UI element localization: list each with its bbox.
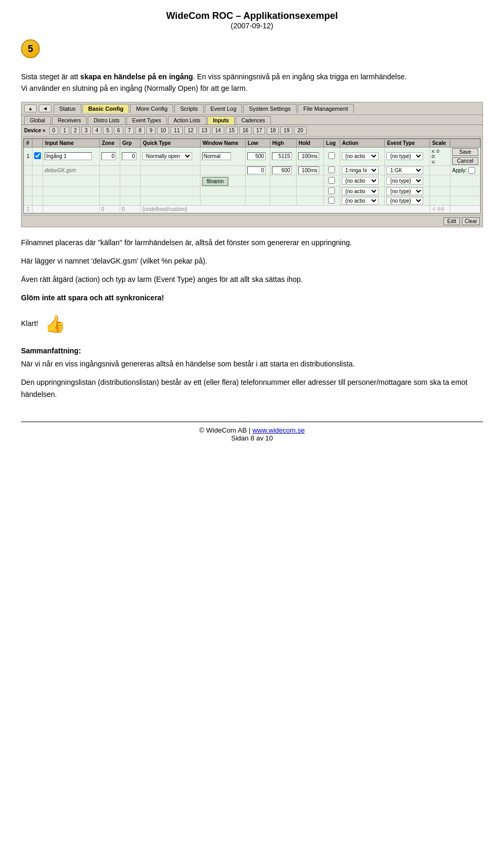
toolbar-back-button[interactable]: ◄	[39, 104, 51, 112]
row1-window-name-input[interactable]	[202, 152, 231, 160]
row1-hold-cell[interactable]	[296, 147, 323, 165]
row5-event-type-cell[interactable]: {no type}	[385, 196, 430, 205]
row2-log-cell[interactable]	[324, 165, 340, 175]
subtab-cadences[interactable]: Cadences	[236, 116, 271, 124]
device-num-12[interactable]: 12	[184, 127, 196, 134]
row3-log-cell[interactable]	[324, 175, 340, 186]
row1-quick-type-cell[interactable]: Normally open	[141, 147, 201, 165]
row1-zone-input[interactable]	[101, 152, 116, 160]
device-num-19[interactable]: 19	[280, 127, 292, 134]
row1-event-type-cell[interactable]: {no type}	[385, 147, 430, 165]
row5-log-cell[interactable]	[324, 196, 340, 205]
row2-action-cell[interactable]: 1:ringa hi	[340, 165, 385, 175]
row1-log-cell[interactable]	[324, 147, 340, 165]
subtab-event-types[interactable]: Event Types	[127, 116, 167, 124]
row2-event-type-select[interactable]: 1:GK	[386, 166, 423, 174]
device-num-10[interactable]: 10	[157, 127, 169, 134]
toolbar-up-button[interactable]: ▲	[24, 104, 37, 112]
row4-action-select[interactable]: {no actio	[342, 187, 379, 195]
cancel-button[interactable]: Cancel	[452, 157, 478, 165]
tab-event-log[interactable]: Event Log	[205, 104, 243, 113]
device-num-3[interactable]: 3	[81, 127, 91, 134]
device-num-14[interactable]: 14	[212, 127, 224, 134]
save-button[interactable]: Save	[452, 148, 478, 156]
subtab-global[interactable]: Global	[24, 116, 51, 124]
row4-event-type-select[interactable]: {no type}	[386, 187, 423, 195]
device-num-4[interactable]: 4	[92, 127, 102, 134]
row2-log-checkbox[interactable]	[328, 166, 335, 173]
row1-action-select[interactable]: {no actio	[342, 152, 379, 160]
row2-low-cell[interactable]	[245, 165, 270, 175]
row3-action-select[interactable]: {no actio	[342, 177, 379, 185]
footer-website[interactable]: www.widecom.se	[253, 426, 305, 434]
device-num-13[interactable]: 13	[198, 127, 211, 134]
row2-high-input[interactable]	[272, 166, 292, 174]
device-num-7[interactable]: 7	[125, 127, 134, 134]
table-row: 1 Normally open	[24, 147, 480, 165]
row1-grp-cell[interactable]	[120, 147, 141, 165]
row1-grp-input[interactable]	[122, 152, 136, 160]
edit-button[interactable]: Edit	[444, 217, 460, 225]
row1-checkbox[interactable]	[34, 152, 41, 159]
row4-log-cell[interactable]	[324, 186, 340, 196]
device-num-9[interactable]: 9	[146, 127, 156, 134]
filnamn-button[interactable]: filnamn	[202, 177, 228, 186]
tab-basic-config[interactable]: Basic Config	[82, 104, 129, 113]
row4-log-checkbox[interactable]	[328, 187, 335, 194]
row1-high-cell[interactable]	[270, 147, 296, 165]
row1-action-cell[interactable]: {no actio	[340, 147, 385, 165]
row2-hold-cell[interactable]	[296, 165, 323, 175]
tab-scripts[interactable]: Scripts	[174, 104, 204, 113]
row1-hold-input[interactable]	[298, 152, 319, 160]
row2-event-type-cell[interactable]: 1:GK	[385, 165, 430, 175]
row2-action-select[interactable]: 1:ringa hi	[342, 166, 379, 174]
row1-checkbox-cell[interactable]	[33, 147, 43, 165]
row3-event-type-select[interactable]: {no type}	[386, 177, 423, 185]
row1-low-cell[interactable]	[245, 147, 270, 165]
device-num-11[interactable]: 11	[171, 127, 183, 134]
tab-more-config[interactable]: More Config	[130, 104, 173, 113]
device-num-17[interactable]: 17	[253, 127, 265, 134]
tab-status[interactable]: Status	[54, 104, 81, 113]
row2-high-cell[interactable]	[270, 165, 296, 175]
row2-hold-input[interactable]	[298, 166, 319, 174]
row1-window-name-cell[interactable]	[200, 147, 245, 165]
row1-name-cell[interactable]	[43, 147, 100, 165]
device-num-15[interactable]: 15	[226, 127, 238, 134]
row5-log-checkbox[interactable]	[328, 197, 335, 204]
row5-action-select[interactable]: {no actio	[342, 197, 379, 205]
row1-zone-cell[interactable]	[100, 147, 120, 165]
device-num-2[interactable]: 2	[71, 127, 80, 134]
device-num-16[interactable]: 16	[239, 127, 251, 134]
clear-button[interactable]: Clear	[462, 217, 480, 225]
row1-high-input[interactable]	[272, 152, 292, 160]
row4-action-cell[interactable]: {no actio	[340, 186, 385, 196]
row3-action-cell[interactable]: {no actio	[340, 175, 385, 186]
row4-event-type-cell[interactable]: {no type}	[385, 186, 430, 196]
device-num-18[interactable]: 18	[267, 127, 279, 134]
device-num-6[interactable]: 6	[114, 127, 123, 134]
row2-low-input[interactable]	[247, 166, 266, 174]
device-num-0[interactable]: 0	[49, 127, 59, 134]
row1-name-input[interactable]	[45, 152, 92, 160]
subtab-action-lists[interactable]: Action Lists	[168, 116, 206, 124]
device-num-1[interactable]: 1	[60, 127, 69, 134]
subtab-receivers[interactable]: Receivers	[52, 116, 87, 124]
row1-low-input[interactable]	[247, 152, 266, 160]
device-num-5[interactable]: 5	[103, 127, 112, 134]
col-buttons	[450, 139, 480, 147]
subtab-distro-lists[interactable]: Distro Lists	[88, 116, 125, 124]
row1-log-checkbox[interactable]	[328, 152, 335, 159]
apply-checkbox[interactable]	[468, 167, 475, 174]
row3-event-type-cell[interactable]: {no type}	[385, 175, 430, 186]
row1-event-type-select[interactable]: {no type}	[386, 152, 423, 160]
row3-log-checkbox[interactable]	[328, 177, 335, 184]
row5-event-type-select[interactable]: {no type}	[386, 197, 423, 205]
tab-file-management[interactable]: File Management	[298, 104, 354, 113]
subtab-inputs[interactable]: Inputs	[207, 116, 235, 124]
device-num-8[interactable]: 8	[135, 127, 145, 134]
row5-action-cell[interactable]: {no actio	[340, 196, 385, 205]
device-num-20[interactable]: 20	[294, 127, 306, 134]
tab-system-settings[interactable]: System Settings	[243, 104, 296, 113]
row1-quick-type-select[interactable]: Normally open	[142, 152, 192, 160]
